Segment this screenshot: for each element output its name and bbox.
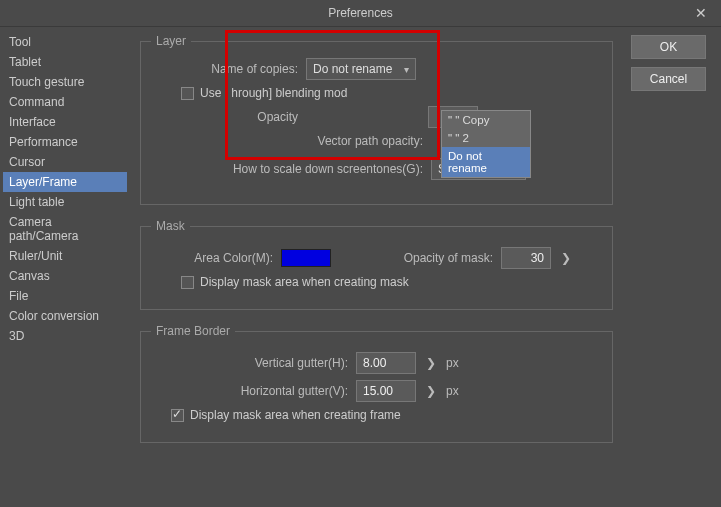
- vgutter-more-icon[interactable]: ❯: [426, 356, 436, 370]
- name-of-copies-value: Do not rename: [313, 62, 392, 76]
- sidebar-item-3d[interactable]: 3D: [3, 326, 127, 346]
- display-frame-label: Display mask area when creating frame: [190, 408, 401, 422]
- close-icon[interactable]: ✕: [681, 0, 721, 27]
- sidebar-item-color-conversion[interactable]: Color conversion: [3, 306, 127, 326]
- chevron-down-icon: ▾: [404, 64, 409, 75]
- display-mask-checkbox[interactable]: [181, 276, 194, 289]
- mask-legend: Mask: [151, 219, 190, 233]
- dropdown-option[interactable]: Do not rename: [442, 147, 530, 177]
- name-of-copies-dropdown[interactable]: " " Copy" " 2Do not rename: [441, 110, 531, 178]
- dropdown-option[interactable]: " " 2: [442, 129, 530, 147]
- through-label: Use [ hrough] blending mod: [200, 86, 347, 100]
- frame-group: Frame Border Vertical gutter(H): 8.00 ❯ …: [140, 324, 613, 443]
- name-of-copies-label: Name of copies:: [151, 62, 306, 76]
- opacity-label: Opacity: [151, 110, 306, 124]
- sidebar-item-tool[interactable]: Tool: [3, 32, 127, 52]
- sidebar-item-camera-path-camera[interactable]: Camera path/Camera: [3, 212, 127, 246]
- sidebar-item-layer-frame[interactable]: Layer/Frame: [3, 172, 127, 192]
- through-checkbox[interactable]: [181, 87, 194, 100]
- hgutter-more-icon[interactable]: ❯: [426, 384, 436, 398]
- vector-opacity-label: Vector path opacity:: [151, 134, 431, 148]
- frame-legend: Frame Border: [151, 324, 235, 338]
- display-mask-label: Display mask area when creating mask: [200, 275, 409, 289]
- mask-group: Mask Area Color(M): Opacity of mask: 30 …: [140, 219, 613, 310]
- hgutter-label: Horizontal gutter(V):: [151, 384, 356, 398]
- vgutter-unit: px: [446, 356, 459, 370]
- vgutter-label: Vertical gutter(H):: [151, 356, 356, 370]
- layer-group: Layer Name of copies: Do not rename ▾ Us…: [140, 34, 613, 205]
- mask-opacity-label: Opacity of mask:: [351, 251, 501, 265]
- screentone-label: How to scale down screentones(G):: [151, 162, 431, 176]
- mask-opacity-more-icon[interactable]: ❯: [561, 251, 571, 265]
- titlebar: Preferences ✕: [0, 0, 721, 27]
- sidebar-item-touch-gesture[interactable]: Touch gesture: [3, 72, 127, 92]
- sidebar: ToolTabletTouch gestureCommandInterfaceP…: [0, 27, 130, 507]
- vgutter-input[interactable]: 8.00: [356, 352, 416, 374]
- hgutter-unit: px: [446, 384, 459, 398]
- sidebar-item-cursor[interactable]: Cursor: [3, 152, 127, 172]
- main-panel: OK Cancel Layer Name of copies: Do not r…: [130, 27, 721, 507]
- sidebar-item-file[interactable]: File: [3, 286, 127, 306]
- display-frame-checkbox[interactable]: [171, 409, 184, 422]
- area-color-label: Area Color(M):: [151, 251, 281, 265]
- ok-button[interactable]: OK: [631, 35, 706, 59]
- sidebar-item-tablet[interactable]: Tablet: [3, 52, 127, 72]
- cancel-button[interactable]: Cancel: [631, 67, 706, 91]
- name-of-copies-select[interactable]: Do not rename ▾: [306, 58, 416, 80]
- layer-legend: Layer: [151, 34, 191, 48]
- sidebar-item-canvas[interactable]: Canvas: [3, 266, 127, 286]
- sidebar-item-interface[interactable]: Interface: [3, 112, 127, 132]
- hgutter-input[interactable]: 15.00: [356, 380, 416, 402]
- window-title: Preferences: [328, 6, 393, 20]
- dropdown-option[interactable]: " " Copy: [442, 111, 530, 129]
- sidebar-item-ruler-unit[interactable]: Ruler/Unit: [3, 246, 127, 266]
- mask-opacity-input[interactable]: 30: [501, 247, 551, 269]
- sidebar-item-command[interactable]: Command: [3, 92, 127, 112]
- sidebar-item-performance[interactable]: Performance: [3, 132, 127, 152]
- sidebar-item-light-table[interactable]: Light table: [3, 192, 127, 212]
- area-color-well[interactable]: [281, 249, 331, 267]
